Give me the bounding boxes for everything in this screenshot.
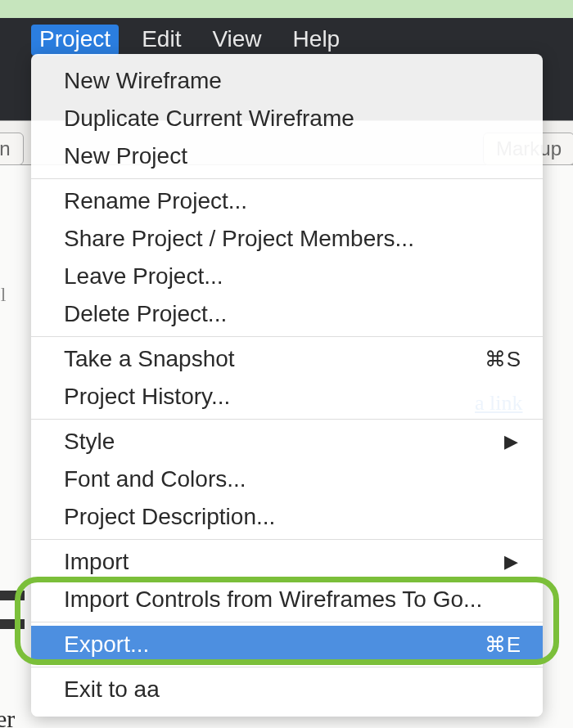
menu-style[interactable]: Style ▶ xyxy=(31,423,543,461)
menu-duplicate-wireframe[interactable]: Duplicate Current Wireframe xyxy=(31,100,543,137)
tab-strip: on xyxy=(0,133,24,165)
menu-view[interactable]: View xyxy=(204,25,269,56)
menu-font-colors[interactable]: Font and Colors... xyxy=(31,461,543,498)
menu-label: Rename Project... xyxy=(64,188,247,214)
menu-leave-project[interactable]: Leave Project... xyxy=(31,258,543,295)
bg-text-el: el xyxy=(0,284,6,306)
menu-label: Take a Snapshot xyxy=(64,346,235,372)
menu-label: Project Description... xyxy=(64,504,275,530)
menu-label: Duplicate Current Wireframe xyxy=(64,106,354,132)
menu-take-snapshot[interactable]: Take a Snapshot ⌘S xyxy=(31,340,543,378)
menu-label: Exit to aa xyxy=(64,676,160,703)
menu-new-project[interactable]: New Project xyxy=(31,137,543,175)
menu-label: Leave Project... xyxy=(64,263,223,290)
menu-label: Font and Colors... xyxy=(64,466,246,492)
menu-label: Share Project / Project Members... xyxy=(64,226,414,252)
menu-import[interactable]: Import ▶ xyxy=(31,543,543,581)
menu-label: Delete Project... xyxy=(64,301,227,327)
shortcut-text: ⌘E xyxy=(485,632,521,658)
menu-project-history[interactable]: Project History... xyxy=(31,378,543,416)
menu-label: Import xyxy=(64,549,129,575)
menu-help[interactable]: Help xyxy=(285,25,349,56)
menu-new-wireframe[interactable]: New Wireframe xyxy=(31,62,543,100)
bg-text-per: per xyxy=(0,705,15,728)
menu-rename-project[interactable]: Rename Project... xyxy=(31,182,543,220)
menu-delete-project[interactable]: Delete Project... xyxy=(31,295,543,333)
menu-label: Export... xyxy=(64,631,149,658)
menu-label: New Project xyxy=(64,143,187,169)
bg-decoration xyxy=(0,591,25,648)
menu-exit[interactable]: Exit to aa xyxy=(31,671,543,708)
menu-label: Import Controls from Wireframes To Go... xyxy=(64,586,482,613)
menu-label: Project History... xyxy=(64,384,230,410)
tab-partial[interactable]: on xyxy=(0,133,24,165)
menu-label: Style xyxy=(64,429,115,455)
project-dropdown: New Wireframe Duplicate Current Wirefram… xyxy=(31,54,543,717)
menu-project[interactable]: Project xyxy=(31,25,119,56)
submenu-arrow-icon: ▶ xyxy=(504,431,518,452)
menu-share-project[interactable]: Share Project / Project Members... xyxy=(31,220,543,258)
menu-edit[interactable]: Edit xyxy=(133,25,189,56)
menu-import-controls[interactable]: Import Controls from Wireframes To Go... xyxy=(31,581,543,618)
menu-label: New Wireframe xyxy=(64,68,222,94)
shortcut-text: ⌘S xyxy=(485,347,521,372)
menu-export[interactable]: Export... ⌘E xyxy=(31,626,543,663)
menu-project-description[interactable]: Project Description... xyxy=(31,498,543,536)
submenu-arrow-icon: ▶ xyxy=(504,551,518,573)
